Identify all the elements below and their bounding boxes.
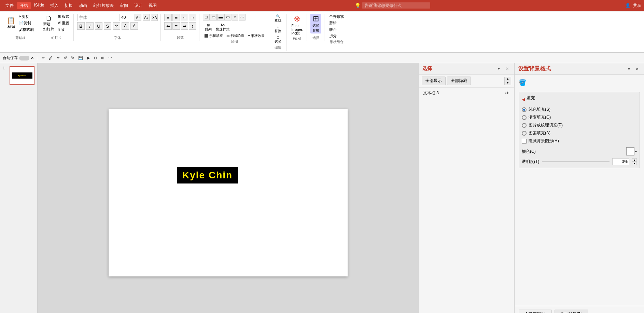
shape-effect-button[interactable]: ✦ 形状效果 bbox=[246, 33, 266, 39]
union-button[interactable]: 联合 bbox=[328, 27, 346, 32]
highlight-tool-button[interactable]: 🖊 bbox=[47, 55, 54, 61]
menu-slideshow[interactable]: 幻灯片放映 bbox=[90, 2, 116, 9]
slide-text-box[interactable]: Kyle Chin bbox=[177, 167, 238, 183]
apply-all-button[interactable]: 全部应用(L) bbox=[519, 310, 552, 313]
slide-canvas[interactable]: Kyle Chin bbox=[109, 109, 348, 276]
align-right-button[interactable]: ➡ bbox=[181, 22, 188, 30]
picture-fill-radio[interactable]: 图片或纹理填充(P) bbox=[522, 122, 637, 128]
strikethrough-button[interactable]: S bbox=[104, 22, 111, 30]
reset-button[interactable]: ↺ 重置 bbox=[56, 20, 71, 26]
slide-thumbnail[interactable]: Kyle Chin bbox=[10, 66, 34, 85]
shape-fill-button[interactable]: ⬛ 形状填充 bbox=[203, 33, 224, 39]
format-painter-button[interactable]: 🖌 格式刷 bbox=[17, 27, 35, 32]
selection-mode-button[interactable]: ⊡ bbox=[93, 55, 98, 61]
layout-button[interactable]: ⊞ 版式 bbox=[56, 14, 71, 19]
quick-style-button[interactable]: Aa快速样式 bbox=[214, 23, 231, 32]
bg-panel-close-button[interactable]: ✕ bbox=[634, 66, 641, 72]
move-down-button[interactable]: ▼ bbox=[504, 81, 511, 85]
picture-fill-label: 图片或纹理填充(P) bbox=[529, 122, 563, 128]
autosave-close[interactable]: ✕ bbox=[31, 56, 34, 60]
italic-button[interactable]: I bbox=[86, 22, 94, 30]
paste-button[interactable]: 📋 粘贴 bbox=[5, 16, 17, 30]
opacity-value-input[interactable] bbox=[612, 158, 629, 165]
move-up-button[interactable]: ▲ bbox=[504, 77, 511, 81]
menu-home[interactable]: 开始 bbox=[17, 2, 31, 9]
oval-icon[interactable]: ○ bbox=[232, 14, 238, 21]
opacity-up-button[interactable]: ▲ bbox=[632, 158, 637, 162]
font-color-button[interactable]: A bbox=[122, 22, 129, 30]
pickit-button[interactable]: ❋ FreeImagesPickit bbox=[290, 14, 304, 36]
section-button[interactable]: § 节 bbox=[56, 27, 71, 32]
show-all-button[interactable]: 全部显示 bbox=[422, 77, 446, 85]
share-button[interactable]: 共享 bbox=[633, 3, 641, 9]
font-size-increase-button[interactable]: A↑ bbox=[135, 14, 141, 21]
find-button[interactable]: 🔍查找 bbox=[272, 14, 283, 24]
color-swatch[interactable] bbox=[626, 147, 634, 155]
pen-tool-button[interactable]: ✏ bbox=[40, 55, 46, 61]
line-spacing-button[interactable]: ↕ bbox=[189, 22, 196, 30]
autosave-toggle[interactable] bbox=[19, 56, 29, 60]
pattern-fill-radio[interactable]: 图案填充(A) bbox=[522, 130, 637, 136]
pickit-label: Pickit bbox=[293, 36, 301, 41]
opacity-slider[interactable] bbox=[542, 161, 610, 162]
more-btn[interactable]: ⋯ bbox=[107, 55, 113, 61]
visibility-eye-icon[interactable]: 👁 bbox=[505, 91, 510, 96]
replace-button[interactable]: ↔替换 bbox=[272, 24, 283, 34]
cut-button[interactable]: ✂ 剪切 bbox=[17, 14, 35, 19]
arrange-button[interactable]: ⊞排列 bbox=[203, 23, 214, 32]
rect-icon[interactable]: ▬ bbox=[217, 14, 224, 21]
clear-format-button[interactable]: ✕A bbox=[151, 14, 158, 21]
hide-bg-checkbox[interactable] bbox=[522, 139, 527, 144]
menu-insert[interactable]: 插入 bbox=[47, 2, 61, 9]
copy-button[interactable]: 📄 复制 bbox=[17, 20, 35, 26]
align-left-button[interactable]: ⬅ bbox=[164, 22, 172, 30]
shadow-button[interactable]: ab bbox=[113, 22, 120, 30]
image-shape-icon[interactable]: ▭ bbox=[210, 14, 217, 21]
reset-bg-button[interactable]: 重置背景(B) bbox=[555, 310, 588, 313]
slide-show-button[interactable]: ▶ bbox=[86, 55, 91, 61]
shapes-more-icon[interactable]: ⋯ bbox=[239, 14, 246, 21]
select-button[interactable]: ⊡选择 bbox=[272, 35, 283, 45]
panel-close-button[interactable]: ✕ bbox=[504, 65, 510, 72]
color-dropdown-arrow[interactable]: ▾ bbox=[635, 150, 637, 153]
menu-islide[interactable]: iSlide bbox=[31, 2, 47, 9]
font-family-input[interactable] bbox=[77, 14, 118, 21]
opacity-down-button[interactable]: ▼ bbox=[632, 162, 637, 165]
font-size-input[interactable] bbox=[120, 14, 133, 21]
selection-pane-button[interactable]: ⊞ 选择窗格 bbox=[310, 14, 321, 33]
solid-fill-radio[interactable]: 纯色填充(S) bbox=[522, 107, 637, 112]
increase-indent-button[interactable]: → bbox=[189, 14, 196, 21]
search-input[interactable] bbox=[362, 2, 430, 9]
split-button[interactable]: 拆分 bbox=[328, 33, 346, 39]
menu-review[interactable]: 审阅 bbox=[117, 2, 131, 9]
text-highlight-button[interactable]: A bbox=[130, 22, 138, 30]
menu-transition[interactable]: 切换 bbox=[62, 2, 75, 9]
redo-button[interactable]: ↻ bbox=[70, 55, 75, 61]
gradient-fill-radio[interactable]: 渐变填充(G) bbox=[522, 114, 637, 120]
merge-shape-button[interactable]: 合并形状 bbox=[328, 14, 346, 19]
align-center-button[interactable]: ≡ bbox=[172, 22, 180, 30]
shape-outline-button[interactable]: ▭ 形状轮廓 bbox=[225, 33, 246, 39]
decrease-indent-button[interactable]: ← bbox=[181, 14, 188, 21]
eyedropper-button[interactable]: ✒ bbox=[55, 55, 61, 61]
hide-all-button[interactable]: 全部隐藏 bbox=[447, 77, 471, 85]
text-box-icon[interactable]: □ bbox=[203, 14, 210, 21]
clip-button[interactable]: 剪辑 bbox=[328, 20, 346, 26]
menu-animation[interactable]: 动画 bbox=[76, 2, 90, 9]
numbering-button[interactable]: ≡ bbox=[172, 14, 180, 21]
menu-design[interactable]: 设计 bbox=[131, 2, 145, 9]
bg-panel-dropdown-button[interactable]: ▾ bbox=[626, 66, 632, 72]
underline-button[interactable]: U bbox=[95, 22, 102, 30]
round-rect-icon[interactable]: ▭ bbox=[224, 14, 231, 21]
font-size-decrease-button[interactable]: A↓ bbox=[143, 14, 150, 21]
undo-button[interactable]: ↺ bbox=[62, 55, 68, 61]
menu-file[interactable]: 文件 bbox=[3, 2, 16, 9]
new-slide-button[interactable]: 🗋 新建幻灯片 bbox=[42, 14, 56, 32]
bold-button[interactable]: B bbox=[77, 22, 85, 30]
save-button[interactable]: 💾 bbox=[77, 55, 84, 61]
menu-view[interactable]: 视图 bbox=[146, 2, 159, 9]
grid-button[interactable]: ⊞ bbox=[100, 55, 106, 61]
panel-dropdown-button[interactable]: ▾ bbox=[495, 65, 502, 72]
list-item[interactable]: 文本框 3 👁 bbox=[419, 89, 514, 97]
bullets-button[interactable]: ≡ bbox=[164, 14, 172, 21]
